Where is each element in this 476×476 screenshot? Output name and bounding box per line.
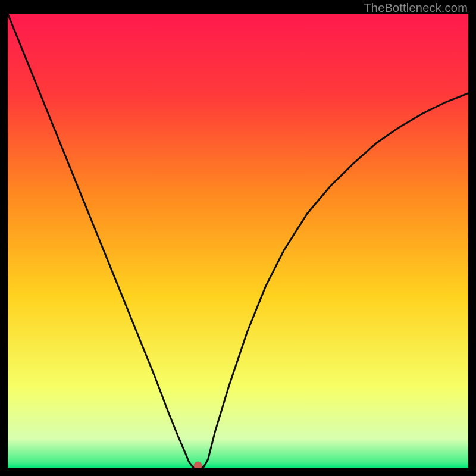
watermark-text: TheBottleneck.com <box>364 1 468 15</box>
bottleneck-curve <box>8 14 468 468</box>
curve-layer <box>8 14 468 468</box>
current-point-marker <box>194 461 202 468</box>
plot-area <box>8 14 468 468</box>
